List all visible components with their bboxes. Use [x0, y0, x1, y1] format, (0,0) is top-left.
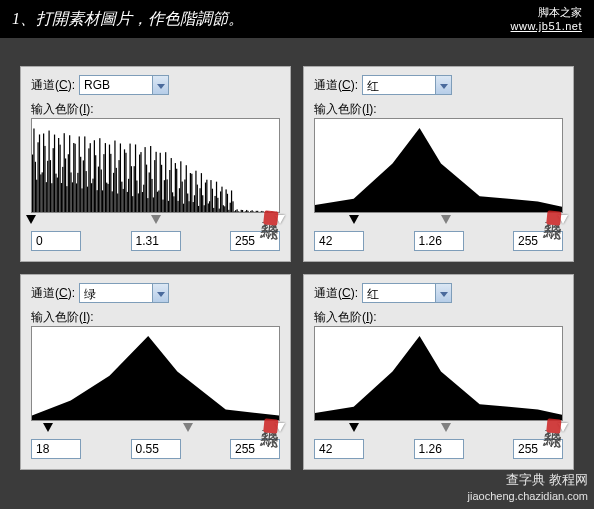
dropdown-button[interactable] [435, 284, 451, 302]
svg-rect-47 [95, 155, 96, 212]
chevron-down-icon [440, 286, 448, 300]
svg-rect-24 [64, 133, 65, 212]
levels-slider[interactable] [31, 215, 280, 229]
white-point-input[interactable]: 255 [230, 439, 280, 459]
svg-rect-39 [84, 136, 85, 212]
footer-url: jiaocheng.chazidian.com [468, 490, 588, 502]
svg-rect-63 [117, 193, 118, 212]
black-point-handle[interactable] [43, 423, 53, 432]
midtone-input[interactable]: 0.55 [131, 439, 181, 459]
channel-select[interactable]: 绿 [79, 283, 169, 303]
svg-rect-25 [65, 158, 66, 212]
dropdown-button[interactable] [152, 76, 168, 94]
black-point-handle[interactable] [26, 215, 36, 224]
levels-panel-2: 通道(C): 绿 输入色阶(I): 18 0.55 255 飛絲 [20, 274, 291, 470]
svg-rect-106 [176, 169, 177, 212]
svg-rect-134 [214, 196, 215, 212]
svg-rect-54 [105, 143, 106, 212]
svg-rect-67 [123, 189, 124, 212]
levels-slider[interactable] [314, 423, 563, 437]
svg-rect-10 [44, 146, 45, 212]
svg-rect-165 [257, 211, 258, 212]
svg-rect-145 [230, 203, 231, 212]
svg-rect-19 [57, 178, 58, 212]
svg-rect-148 [234, 211, 235, 212]
svg-rect-111 [183, 204, 184, 212]
svg-rect-83 [144, 147, 145, 212]
svg-rect-81 [142, 192, 143, 212]
dropdown-button[interactable] [435, 76, 451, 94]
svg-rect-107 [177, 201, 178, 212]
svg-rect-21 [59, 145, 60, 212]
svg-rect-59 [112, 191, 113, 212]
black-point-handle[interactable] [349, 215, 359, 224]
svg-rect-101 [169, 170, 170, 212]
black-point-input[interactable]: 18 [31, 439, 81, 459]
white-point-handle[interactable] [275, 215, 285, 224]
black-point-input[interactable]: 0 [31, 231, 81, 251]
svg-rect-62 [116, 168, 117, 212]
svg-rect-42 [88, 148, 89, 212]
svg-rect-96 [162, 200, 163, 212]
svg-rect-114 [187, 193, 188, 212]
svg-rect-80 [140, 152, 141, 212]
svg-rect-33 [76, 183, 77, 212]
svg-rect-128 [206, 180, 207, 212]
svg-rect-103 [172, 192, 173, 212]
svg-rect-138 [220, 191, 221, 212]
midtone-input[interactable]: 1.31 [131, 231, 181, 251]
black-point-input[interactable]: 42 [314, 439, 364, 459]
channel-row: 通道(C): 红 [314, 75, 563, 95]
svg-rect-147 [232, 201, 233, 212]
svg-rect-98 [165, 152, 166, 212]
svg-rect-84 [146, 165, 147, 212]
dropdown-button[interactable] [152, 284, 168, 302]
channel-select[interactable]: 红 [362, 283, 452, 303]
levels-slider[interactable] [314, 215, 563, 229]
svg-rect-22 [61, 183, 62, 212]
white-point-input[interactable]: 255 [513, 439, 563, 459]
svg-rect-1 [32, 155, 33, 212]
svg-rect-169 [263, 211, 264, 212]
levels-panel-1: 通道(C): 红 输入色阶(I): 42 1.26 255 飛絲 [303, 66, 574, 262]
channel-select[interactable]: RGB [79, 75, 169, 95]
midtone-handle[interactable] [441, 423, 451, 432]
header-watermark: 脚本之家 www.jb51.net [511, 5, 582, 34]
input-levels-label: 输入色阶(I): [31, 309, 280, 326]
svg-rect-44 [91, 183, 92, 212]
svg-rect-135 [216, 182, 217, 212]
svg-rect-153 [241, 210, 242, 212]
white-point-handle[interactable] [558, 215, 568, 224]
svg-rect-58 [110, 154, 111, 212]
svg-rect-110 [182, 182, 183, 212]
channel-label: 通道(C): [314, 285, 358, 302]
black-point-input[interactable]: 42 [314, 231, 364, 251]
channel-select[interactable]: 红 [362, 75, 452, 95]
svg-rect-121 [197, 185, 198, 212]
levels-slider[interactable] [31, 423, 280, 437]
svg-rect-124 [201, 173, 202, 212]
svg-rect-172 [267, 211, 268, 212]
midtone-input[interactable]: 1.26 [414, 231, 464, 251]
midtone-input[interactable]: 1.26 [414, 439, 464, 459]
input-values-row: 42 1.26 255 [314, 439, 563, 459]
black-point-handle[interactable] [349, 423, 359, 432]
white-point-input[interactable]: 255 [513, 231, 563, 251]
midtone-handle[interactable] [151, 215, 161, 224]
channel-label: 通道(C): [314, 77, 358, 94]
svg-rect-143 [227, 194, 228, 212]
white-point-handle[interactable] [558, 423, 568, 432]
svg-rect-164 [256, 211, 257, 212]
svg-rect-157 [246, 210, 247, 212]
svg-rect-89 [153, 197, 154, 212]
svg-rect-49 [98, 167, 99, 212]
white-point-handle[interactable] [275, 423, 285, 432]
midtone-handle[interactable] [441, 215, 451, 224]
svg-rect-77 [136, 180, 137, 212]
svg-rect-125 [202, 195, 203, 212]
svg-rect-141 [224, 206, 225, 212]
channel-label: 通道(C): [31, 77, 75, 94]
channel-row: 通道(C): 绿 [31, 283, 280, 303]
midtone-handle[interactable] [183, 423, 193, 432]
white-point-input[interactable]: 255 [230, 231, 280, 251]
